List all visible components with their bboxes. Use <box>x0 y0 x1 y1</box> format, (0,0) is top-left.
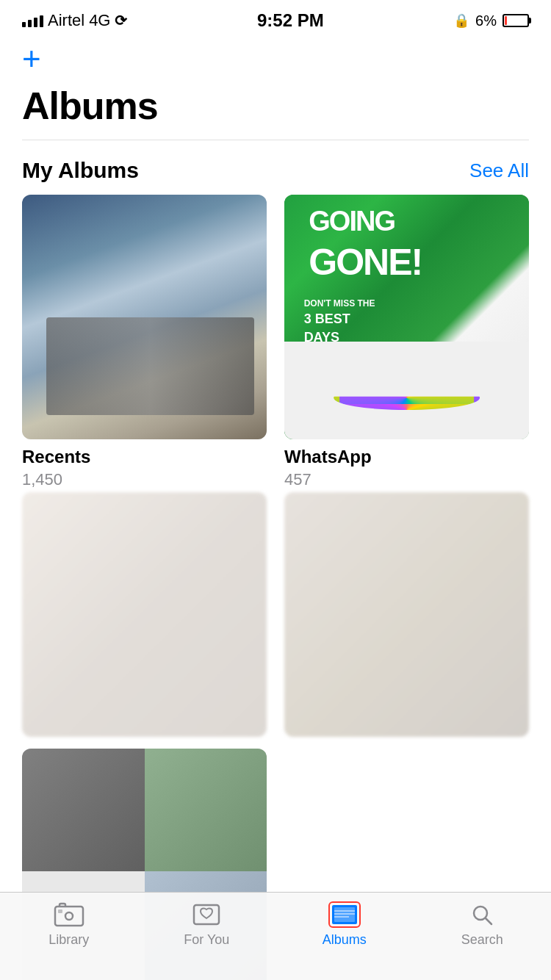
partial-thumb-1 <box>22 492 267 737</box>
fav-cell-2 <box>145 749 267 871</box>
loading-indicator: ⟳ <box>115 12 127 29</box>
whatsapp-bottom <box>284 342 529 439</box>
album-recents[interactable]: Recents 1,450 <box>22 195 267 489</box>
album-thumb-recents <box>22 195 267 439</box>
tab-albums-label: Albums <box>323 932 367 948</box>
toolbar: + <box>0 37 551 78</box>
partial-thumb-2 <box>284 492 529 737</box>
signal-bar-4 <box>40 15 43 27</box>
partial-album-2 <box>284 492 529 746</box>
whatsapp-circle <box>334 386 480 410</box>
tab-bar: Library For You Albums <box>0 892 551 980</box>
signal-bars <box>22 14 43 27</box>
whatsapp-text-gone: GONE! <box>309 244 422 281</box>
library-icon <box>52 901 86 928</box>
tab-for-you-label: For You <box>184 932 229 948</box>
signal-bar-1 <box>22 22 26 27</box>
page-title-container: Albums <box>0 78 551 140</box>
partial-albums-row <box>0 492 551 746</box>
signal-bar-3 <box>34 18 37 27</box>
albums-icon <box>328 901 361 928</box>
status-left: Airtel 4G ⟳ <box>22 11 127 30</box>
album-count-whatsapp: 457 <box>284 470 529 489</box>
lock-icon: 🔒 <box>453 12 469 29</box>
svg-rect-6 <box>334 910 355 912</box>
svg-rect-8 <box>334 916 349 918</box>
tab-library-label: Library <box>48 932 89 948</box>
network-type: 4G <box>89 11 110 30</box>
album-thumb-whatsapp: GOING GONE! DON'T MISS THE3 BESTDAYSTO B… <box>284 195 529 439</box>
album-name-recents: Recents <box>22 447 267 467</box>
whatsapp-text-going: GOING <box>309 207 395 235</box>
see-all-button[interactable]: See All <box>469 159 529 182</box>
battery-percent: 6% <box>475 12 497 29</box>
fav-cell-1 <box>22 749 145 871</box>
album-name-whatsapp: WhatsApp <box>284 447 529 467</box>
recents-scene <box>22 195 267 439</box>
album-whatsapp[interactable]: GOING GONE! DON'T MISS THE3 BESTDAYSTO B… <box>284 195 529 489</box>
status-bar: Airtel 4G ⟳ 9:52 PM 🔒 6% <box>0 0 551 37</box>
albums-grid: Recents 1,450 GOING GONE! DON'T MISS THE… <box>0 195 551 489</box>
tab-library[interactable]: Library <box>0 901 138 948</box>
album-count-recents: 1,450 <box>22 470 267 489</box>
add-album-button[interactable]: + <box>22 43 41 75</box>
svg-rect-7 <box>334 913 355 915</box>
albums-icon-box <box>328 901 361 928</box>
signal-bar-2 <box>28 20 32 27</box>
svg-rect-0 <box>55 907 83 926</box>
battery-icon <box>503 14 529 27</box>
status-time: 9:52 PM <box>257 10 324 31</box>
page-title: Albums <box>22 84 529 128</box>
tab-for-you[interactable]: For You <box>138 901 276 948</box>
svg-rect-3 <box>194 905 219 924</box>
tab-search[interactable]: Search <box>414 901 552 948</box>
partial-album-1 <box>22 492 267 746</box>
tab-search-label: Search <box>461 932 503 948</box>
whatsapp-scene: GOING GONE! DON'T MISS THE3 BESTDAYSTO B… <box>284 195 529 439</box>
svg-rect-2 <box>58 909 62 913</box>
svg-point-1 <box>65 912 73 920</box>
content-area: + Albums My Albums See All Recents 1,450… <box>0 37 551 980</box>
search-icon <box>465 901 499 928</box>
for-you-icon <box>190 901 223 928</box>
section-header: My Albums See All <box>0 140 551 195</box>
carrier-name: Airtel <box>48 11 84 30</box>
status-right: 🔒 6% <box>453 12 529 29</box>
tab-albums[interactable]: Albums <box>276 901 414 948</box>
my-albums-title: My Albums <box>22 158 139 183</box>
